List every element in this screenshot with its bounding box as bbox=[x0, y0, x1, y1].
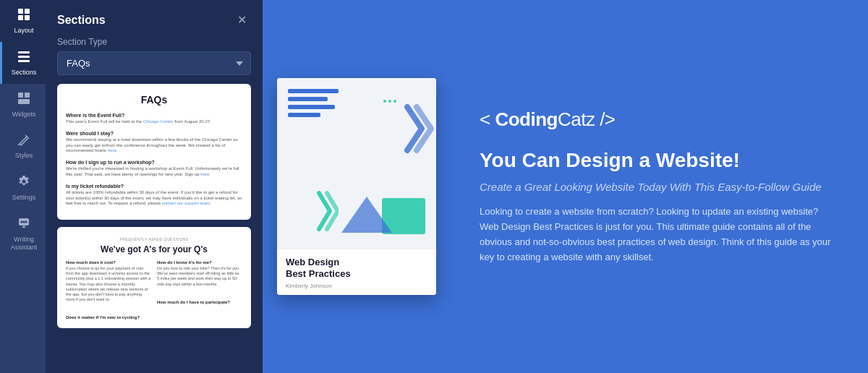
deco-line-4 bbox=[288, 113, 320, 117]
brand-header: < CodingCatz /> bbox=[480, 108, 839, 131]
svg-rect-9 bbox=[18, 99, 30, 104]
dot-1 bbox=[383, 100, 386, 103]
section-type-wrapper: FAQs Hero About Contact Gallery Pricing … bbox=[57, 51, 251, 75]
sidebar-item-styles[interactable]: Styles bbox=[0, 125, 46, 167]
col2-a1: Do you love to ride your bike? Then it's… bbox=[157, 266, 242, 287]
promo-subtitle: Create a Great Looking Website Today Wit… bbox=[480, 179, 839, 194]
col1-q2: Does it matter if I'm new to cycling? bbox=[66, 315, 151, 320]
faq-a3: We're thrilled you're interested in host… bbox=[66, 166, 242, 178]
svg-rect-2 bbox=[18, 15, 23, 20]
section-type-area: Section Type FAQs Hero About Contact Gal… bbox=[57, 37, 251, 75]
svg-point-13 bbox=[23, 220, 25, 223]
faq-a4: All tickets are 100% refundable within 3… bbox=[66, 190, 242, 207]
sidebar-item-settings[interactable]: Settings bbox=[0, 167, 46, 209]
col2-q1: How do I know it's for me? bbox=[157, 260, 242, 265]
book-deco-lines bbox=[288, 89, 339, 121]
preview-area: Web Design Best Practices Kimberly Johns… bbox=[263, 0, 451, 373]
faq-q2: Were should I stay? bbox=[66, 131, 242, 136]
brand-suffix: /> bbox=[595, 108, 615, 130]
promo-title: You Can Design a Website! bbox=[480, 148, 839, 173]
faq-item-2: Were should I stay? We recommend staying… bbox=[66, 131, 242, 154]
book-author: Kimberly Johnson bbox=[286, 283, 427, 289]
col-left: How much does it cost? If you choose to … bbox=[66, 260, 151, 321]
sections-panel: Sections ✕ Section Type FAQs Hero About … bbox=[46, 0, 263, 373]
deco-line-3 bbox=[288, 105, 335, 109]
svg-rect-3 bbox=[25, 15, 30, 20]
book-cover-top bbox=[277, 78, 436, 249]
deco-line-1 bbox=[288, 89, 339, 93]
teal-chevron-area bbox=[317, 189, 339, 236]
mountain-triangle bbox=[341, 197, 392, 233]
faq-q4: Is my ticket refundable? bbox=[66, 184, 242, 189]
faq-q1: Where is the Event Full? bbox=[66, 113, 242, 118]
template2-title: We've got A's for your Q's bbox=[66, 244, 242, 254]
col-right: How do I know it's for me? Do you love t… bbox=[157, 260, 242, 321]
sidebar-item-writing[interactable]: Writing Assistant bbox=[0, 209, 46, 259]
svg-point-12 bbox=[21, 220, 23, 223]
brand-name-bold: Coding bbox=[495, 108, 558, 130]
svg-rect-6 bbox=[18, 60, 30, 62]
svg-rect-0 bbox=[18, 9, 23, 14]
book-cover: Web Design Best Practices Kimberly Johns… bbox=[277, 78, 436, 295]
dot-3 bbox=[393, 100, 396, 103]
col1-a1: If you choose to go for your payment of … bbox=[66, 266, 151, 302]
sidebar-label-settings: Settings bbox=[12, 194, 36, 202]
main-content: Web Design Best Practices Kimberly Johns… bbox=[263, 0, 868, 373]
svg-rect-7 bbox=[18, 93, 23, 98]
svg-rect-1 bbox=[25, 9, 30, 14]
layout-icon bbox=[17, 7, 31, 24]
template1-title: FAQs bbox=[66, 94, 242, 106]
col2-q2: How much do I have to participate? bbox=[157, 300, 242, 304]
sidebar-nav: Layout Sections Widgets bbox=[0, 0, 46, 373]
col1-q1: How much does it cost? bbox=[66, 260, 151, 265]
brand-name-normal: Catz bbox=[558, 108, 595, 130]
section-type-select[interactable]: FAQs Hero About Contact Gallery Pricing … bbox=[57, 51, 251, 75]
template-card-1[interactable]: FAQs Where is the Event Full? This year'… bbox=[57, 84, 251, 220]
styles-icon bbox=[17, 132, 31, 149]
sections-icon bbox=[17, 49, 31, 66]
sidebar-item-widgets[interactable]: Widgets bbox=[0, 84, 46, 126]
sidebar-label-styles: Styles bbox=[15, 152, 33, 160]
two-col-layout: How much does it cost? If you choose to … bbox=[66, 260, 242, 321]
svg-point-10 bbox=[22, 180, 26, 184]
panel-title: Sections bbox=[57, 14, 106, 27]
settings-icon bbox=[17, 174, 31, 191]
deco-line-2 bbox=[288, 97, 328, 101]
templates-list: FAQs Where is the Event Full? This year'… bbox=[57, 84, 251, 361]
sidebar-label-sections: Sections bbox=[12, 69, 37, 77]
writing-assistant-icon bbox=[17, 216, 31, 233]
widgets-icon bbox=[17, 91, 31, 108]
panel-close-button[interactable]: ✕ bbox=[233, 12, 251, 28]
sidebar-label-widgets: Widgets bbox=[12, 111, 36, 119]
text-area: < CodingCatz /> You Can Design a Website… bbox=[451, 0, 868, 373]
sidebar-label-layout: Layout bbox=[14, 27, 33, 35]
faq-q3: How do I sign up to run a workshop? bbox=[66, 160, 242, 165]
section-type-label: Section Type bbox=[57, 37, 251, 47]
faq-item-1: Where is the Event Full? This year's Eve… bbox=[66, 113, 242, 125]
svg-rect-4 bbox=[18, 51, 30, 53]
faq-a2: We recommend staying at a hotel downtown… bbox=[66, 137, 242, 154]
panel-header: Sections ✕ bbox=[57, 12, 251, 28]
faq-item-4: Is my ticket refundable? All tickets are… bbox=[66, 184, 242, 207]
freq-label: FREQUENTLY ASKED QUESTIONS bbox=[66, 237, 242, 241]
faq-a1: This year's Event Full will be held at t… bbox=[66, 119, 242, 125]
dot-2 bbox=[388, 100, 391, 103]
sidebar-item-layout[interactable]: Layout bbox=[0, 0, 46, 42]
svg-rect-5 bbox=[18, 56, 30, 58]
book-cover-bottom: Web Design Best Practices Kimberly Johns… bbox=[277, 249, 436, 296]
chevron-area bbox=[404, 100, 436, 160]
sidebar-item-sections[interactable]: Sections bbox=[0, 42, 46, 84]
sidebar-label-writing: Writing Assistant bbox=[5, 236, 43, 252]
promo-body: Looking to create a website from scratch… bbox=[480, 205, 839, 265]
faq-item-3: How do I sign up to run a workshop? We'r… bbox=[66, 160, 242, 178]
deco-dots bbox=[383, 100, 396, 103]
book-title: Web Design Best Practices bbox=[286, 257, 427, 280]
brand-prefix: < bbox=[480, 108, 495, 130]
svg-point-14 bbox=[25, 220, 27, 223]
template-card-2[interactable]: FREQUENTLY ASKED QUESTIONS We've got A's… bbox=[57, 227, 251, 328]
svg-rect-8 bbox=[25, 93, 30, 98]
